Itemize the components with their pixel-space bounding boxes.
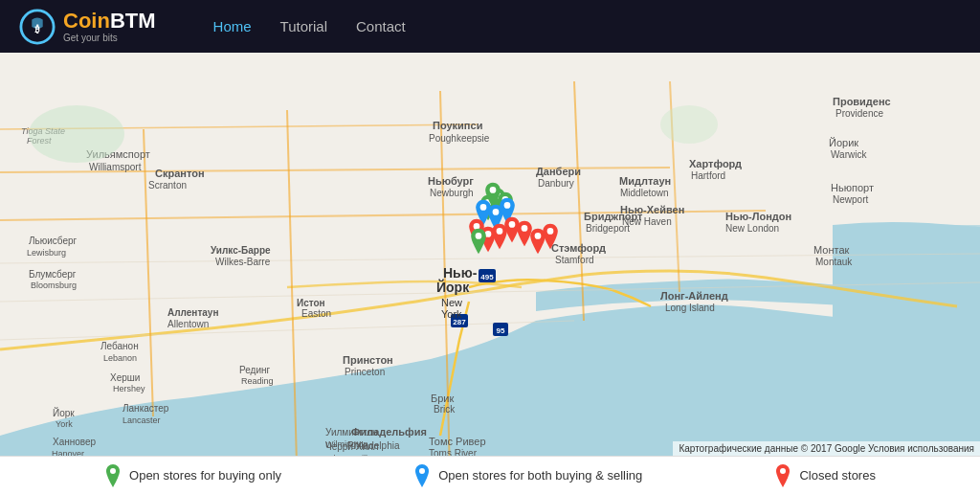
header: ₿ CoinBTM Get your bits Home Tutorial Co… [0,0,980,53]
svg-text:Ньюбург: Ньюбург [428,175,474,187]
svg-text:Scranton: Scranton [148,180,187,191]
svg-text:Lebanon: Lebanon [103,353,137,363]
svg-text:Скрантон: Скрантон [155,168,205,179]
svg-text:Lancaster: Lancaster [122,415,161,425]
svg-text:Йорик: Йорик [829,137,858,148]
legend-green: Open stores for buying only [104,465,281,486]
svg-text:Херши: Херши [110,372,140,383]
svg-point-93 [29,105,124,163]
legend-bar: Open stores for buying only Open stores … [0,456,980,494]
svg-text:York: York [56,419,73,429]
legend-green-label: Open stores for buying only [129,468,281,483]
svg-point-108 [547,228,554,235]
svg-text:Warwick: Warwick [831,149,867,160]
map-pin[interactable] [541,223,560,254]
svg-text:Middletown: Middletown [620,188,669,198]
svg-text:Льюисберг: Льюисберг [29,236,78,246]
svg-text:Истон: Истон [297,298,325,308]
svg-text:Hershey: Hershey [113,384,145,393]
svg-point-98 [490,187,497,193]
nav-home[interactable]: Home [213,18,252,34]
svg-text:Томс Ривер: Томс Ривер [429,436,486,447]
map-pin[interactable] [469,228,488,258]
nav-tutorial[interactable]: Tutorial [280,18,327,34]
svg-text:Providence: Providence [835,108,883,119]
svg-text:Easton: Easton [301,308,331,319]
svg-text:Рединг: Рединг [239,365,271,375]
svg-text:Аллентаун: Аллентаун [167,307,218,318]
svg-point-112 [780,468,786,474]
svg-text:Stamford: Stamford [555,255,594,265]
svg-text:Montauk: Montauk [815,257,853,267]
logo-icon: ₿ [19,9,56,45]
svg-text:Princeton: Princeton [345,367,385,377]
svg-text:Нью-: Нью- [443,265,478,281]
green-pin-icon [104,465,122,486]
svg-text:Ньюпорт: Ньюпорт [831,182,874,193]
legend-blue: Open stores for both buying & selling [413,465,642,486]
svg-text:Poughkeepsie: Poughkeepsie [429,133,490,144]
svg-text:Lewisburg: Lewisburg [27,248,66,258]
svg-text:Провиденс: Провиденс [833,96,891,107]
svg-point-109 [476,233,482,239]
map-attribution: Картографические данные © 2017 Google Ус… [673,441,980,456]
svg-text:Ханновер: Ханновер [53,437,97,447]
svg-text:Ланкастер: Ланкастер [122,403,169,414]
svg-text:95: 95 [497,326,505,335]
svg-text:Allentown: Allentown [167,319,209,329]
svg-text:Уилмингтон: Уилмингтон [325,427,378,438]
logo-name: CoinBTM [63,10,156,33]
svg-point-94 [660,105,718,144]
svg-text:Уилкс-Барре: Уилкс-Барре [211,245,271,256]
svg-text:Мидлтаун: Мидлтаун [619,175,671,187]
svg-text:Поукипси: Поукипси [433,120,482,131]
svg-text:New: New [441,297,462,308]
svg-text:Блумсберг: Блумсберг [29,269,77,280]
svg-text:Long Island: Long Island [665,303,715,313]
svg-text:Нью-Хейвен: Нью-Хейвен [620,204,684,215]
nav-contact[interactable]: Contact [356,18,406,34]
navigation: Home Tutorial Contact [213,18,406,34]
svg-text:Brick: Brick [434,404,456,415]
svg-text:₿: ₿ [34,23,40,34]
svg-text:Йорк: Йорк [436,279,470,295]
svg-text:Монтак: Монтак [813,244,850,256]
svg-point-101 [504,202,511,209]
logo-btm-text: BTM [110,9,156,33]
svg-text:Williamsport: Williamsport [89,162,142,172]
svg-text:Toms River: Toms River [429,448,478,456]
svg-text:Newport: Newport [833,194,868,205]
svg-text:New London: New London [725,223,779,234]
logo: ₿ CoinBTM Get your bits [19,9,156,45]
svg-text:Лебанон: Лебанон [100,341,139,351]
logo-coin-text: Coin [63,9,110,33]
svg-text:Danbury: Danbury [538,178,574,189]
svg-text:Данбери: Данбери [536,166,581,177]
svg-text:Hartford: Hartford [691,170,725,181]
legend-blue-label: Open stores for both buying & selling [438,468,642,483]
svg-point-106 [522,225,528,232]
svg-text:Bloomsburg: Bloomsburg [31,281,77,290]
logo-tagline: Get your bits [63,33,156,43]
svg-text:Wilkes-Barre: Wilkes-Barre [215,257,271,267]
svg-text:Hanover: Hanover [52,449,84,456]
svg-text:Reading: Reading [241,376,274,386]
logo-text: CoinBTM Get your bits [63,10,156,43]
svg-text:Wilmington: Wilmington [325,439,368,449]
blue-pin-icon [413,465,431,486]
svg-text:Нью-Лондон: Нью-Лондон [725,211,791,222]
svg-text:Хартфорд: Хартфорд [689,158,742,169]
svg-text:495: 495 [480,273,494,281]
svg-text:New Haven: New Haven [622,216,672,227]
svg-text:Брик: Брик [431,393,454,404]
svg-text:Newburgh: Newburgh [430,188,474,198]
legend-red-label: Closed stores [799,468,875,483]
svg-text:Принстон: Принстон [343,354,393,366]
svg-text:Йорк: Йорк [53,407,75,418]
svg-text:Лонг-Айленд: Лонг-Айленд [660,290,728,302]
svg-text:York: York [441,308,462,320]
map-container[interactable]: 95 287 495 Скрантон Scranton Уилкс-Барре… [0,53,980,456]
red-pin-icon [774,465,791,486]
svg-point-110 [110,468,116,474]
legend-red: Closed stores [774,465,875,486]
